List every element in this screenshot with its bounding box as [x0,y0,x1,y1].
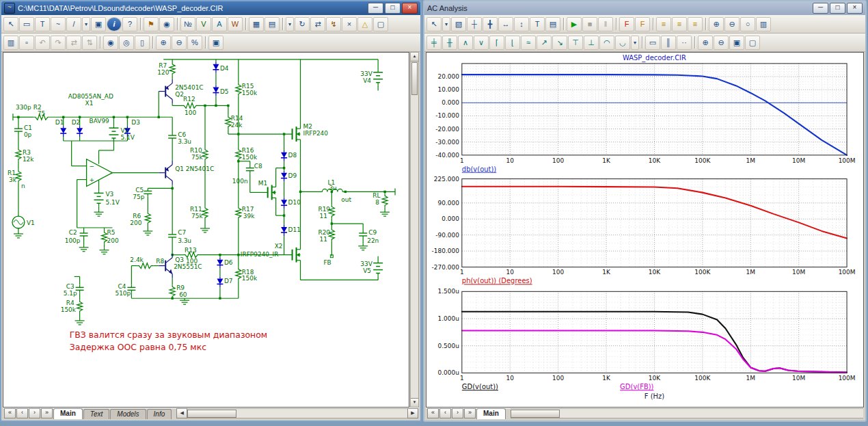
valley-button[interactable]: ∨ [474,36,489,50]
find-part-button[interactable]: ◉ [159,17,174,31]
previous-page-button[interactable]: ‹ [16,408,28,418]
schematic-canvas[interactable]: −+R7120D4D52N5401CQ2R12100R15150kR1424kM… [3,52,409,408]
hscrollbar[interactable] [511,408,863,418]
line-tool[interactable]: / [66,17,81,31]
vscroll-thumb[interactable] [411,62,418,95]
tab-models[interactable]: Models [110,409,146,419]
currents-toggle[interactable]: A [212,17,227,31]
flag-tool[interactable]: ⚑ [144,17,159,31]
vscroll-up-button[interactable]: ▲ [411,53,418,62]
hscroll-right-button[interactable]: ▶ [407,408,418,418]
last-page-button[interactable]: » [41,408,53,418]
grid-toggle[interactable]: ▦ [249,17,264,31]
mirror-button[interactable]: ⇄ [310,17,325,31]
go-to-x-button[interactable]: ▥ [756,17,771,31]
fuse-button[interactable]: ↯ [326,17,341,31]
next-page-button[interactable]: › [29,408,40,418]
delete-button[interactable]: × [342,17,357,31]
zoom-in-button[interactable]: ⊕ [709,17,724,31]
next-branch-button[interactable]: ◠ [599,36,614,50]
graph-select-dropdown[interactable]: ▾ [442,17,450,31]
vertical-cursor-button[interactable]: ╫ [442,36,457,50]
undo-button[interactable]: ↶ [35,36,50,50]
zoom-out-button[interactable]: ⊖ [724,17,740,31]
region-select-button[interactable]: ▫ [19,36,34,50]
bottom-button[interactable]: ⊥ [584,36,599,50]
info-tool[interactable]: i [107,17,122,31]
zoom-percent-button[interactable]: % [187,36,202,50]
display-dropdown[interactable]: ▾ [631,36,639,50]
shapes-dropdown[interactable]: ▾ [82,17,90,31]
schematic-vscrollbar[interactable]: ▲▼ [410,52,419,408]
first-page-button[interactable]: « [427,408,439,418]
minimize-button[interactable]: ─ [368,3,383,14]
export-button[interactable]: ▥ [3,36,18,50]
stop-button[interactable]: ■ [582,17,597,31]
high-button[interactable]: ⌈ [489,36,504,50]
check-button[interactable]: △ [357,17,372,31]
power-toggle[interactable]: W [228,17,243,31]
data-points-button[interactable]: ·· [677,36,692,50]
tab-main[interactable]: Main [53,408,83,419]
cursor-lines-button[interactable]: ║ [661,36,676,50]
peak-button[interactable]: ∧ [458,36,473,50]
select-tool[interactable]: ↖ [426,17,442,31]
maximize-button[interactable]: □ [830,3,845,14]
vertical-tag-button[interactable]: ↕ [514,17,529,31]
hscroll-track[interactable] [187,408,407,418]
tab-main[interactable]: Main [476,408,506,419]
previous-page-button[interactable]: ‹ [439,408,451,418]
run-button[interactable]: ▶ [567,17,582,31]
wire-tool[interactable]: ~ [51,17,66,31]
previous-branch-button[interactable]: ◡ [615,36,630,50]
hscroll-track[interactable] [511,408,863,418]
hscroll-thumb[interactable] [511,410,560,418]
find-button[interactable]: ◉ [103,36,118,50]
point-tag-button[interactable]: ╋ [483,17,498,31]
page-button[interactable]: ▯ [135,36,150,50]
scale-mode-button[interactable]: ▧ [451,17,466,31]
next-page-button[interactable]: › [452,408,463,418]
numeric-output-button[interactable]: ≡ [656,17,671,31]
zoom-out-button[interactable]: ⊖ [714,36,729,50]
horizontal-tag-button[interactable]: ↔ [498,17,513,31]
copy-image-button[interactable]: ▣ [208,36,223,50]
rotate-button[interactable]: ↻ [295,17,310,31]
text-tool[interactable]: T [35,17,50,31]
properties-button[interactable]: ▤ [545,17,560,31]
select-tool[interactable]: ↖ [3,17,18,31]
low-button[interactable]: ⌊ [505,36,520,50]
zoom-out-button[interactable]: ⊖ [172,36,187,50]
hscrollbar[interactable]: ◀▶ [176,408,418,418]
tab-text[interactable]: Text [83,409,110,419]
global-low-button[interactable]: ↘ [552,36,567,50]
new-sheet-button[interactable]: ▢ [373,17,388,31]
global-high-button[interactable]: ↗ [537,36,552,50]
first-page-button[interactable]: « [4,408,16,418]
restore-view-button[interactable]: ▢ [745,36,760,50]
top-button[interactable]: ⊤ [568,36,583,50]
close-button[interactable]: × [847,3,863,14]
inflection-button[interactable]: ≈ [521,36,536,50]
normalize-button[interactable]: ▭ [645,36,660,50]
node-numbers-toggle[interactable]: № [180,17,195,31]
zoom-in-button[interactable]: ⊕ [698,36,713,50]
zoom-in-button[interactable]: ⊕ [156,36,171,50]
maximize-button[interactable]: □ [385,3,401,14]
stepping-button[interactable]: F [635,17,650,31]
help-mode-tool[interactable]: ? [122,17,137,31]
analysis-titlebar[interactable]: AC Analysis ─ □ × [424,1,865,15]
node-voltages-toggle[interactable]: V [196,17,211,31]
vscroll-down-button[interactable]: ▼ [411,398,418,407]
horizontal-cursor-button[interactable]: ╪ [426,36,442,50]
hscroll-left-button[interactable]: ◀ [176,408,187,418]
cursor-mode-button[interactable]: ┼ [467,17,482,31]
redo-button[interactable]: ↷ [51,36,66,50]
watch-button[interactable]: ≡ [688,17,703,31]
zoom-auto-button[interactable]: ○ [740,17,755,31]
flip-horizontal-button[interactable]: ⇄ [66,36,81,50]
hscroll-thumb[interactable] [187,410,236,418]
text-tool[interactable]: T [530,17,545,31]
last-page-button[interactable]: » [464,408,476,418]
tab-info[interactable]: Info [147,409,172,419]
